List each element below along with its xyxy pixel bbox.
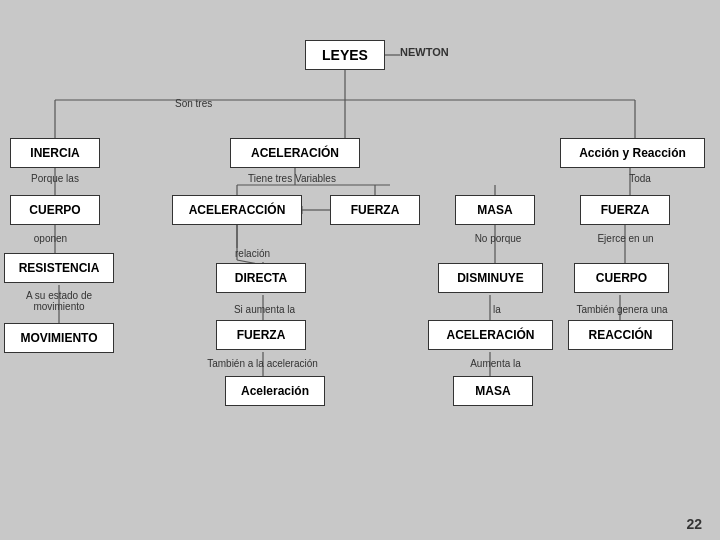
aceleracion2-box: ACELERACIÓN <box>428 320 553 350</box>
tambien-genera-label: También genera una <box>568 304 676 315</box>
masa-box: MASA <box>455 195 535 225</box>
aceleracion3-label: Aceleración <box>241 384 309 398</box>
inercia-label: INERCIA <box>30 146 79 160</box>
son-tres-label: Son tres <box>175 98 212 109</box>
fuerza3-label: FUERZA <box>237 328 286 342</box>
ejerce-en-un-label: Ejerce en un <box>578 233 673 244</box>
reaccion-box: REACCIÓN <box>568 320 673 350</box>
directa-box: DIRECTA <box>216 263 306 293</box>
cuerpo2-label: CUERPO <box>596 271 647 285</box>
aceleracion-main-label: ACELERACIÓN <box>251 146 339 160</box>
aceleracion-main-box: ACELERACIÓN <box>230 138 360 168</box>
inercia-box: INERCIA <box>10 138 100 168</box>
movimiento-box: MOVIMIENTO <box>4 323 114 353</box>
tiene-tres-label: Tiene tres Variables <box>232 173 352 184</box>
fuerza2-label: FUERZA <box>601 203 650 217</box>
directa-label: DIRECTA <box>235 271 287 285</box>
resistencia-box: RESISTENCIA <box>4 253 114 283</box>
page-number: 22 <box>686 516 702 532</box>
fuerza1-box: FUERZA <box>330 195 420 225</box>
masa2-label: MASA <box>475 384 510 398</box>
aceleracion2-label: ACELERACIÓN <box>446 328 534 342</box>
aceleraccion-box: ACELERACCIÓN <box>172 195 302 225</box>
porque-las-label: Porque las <box>15 173 95 184</box>
reaccion-label: REACCIÓN <box>588 328 652 342</box>
accion-reaccion-label: Acción y Reacción <box>579 146 686 160</box>
masa2-box: MASA <box>453 376 533 406</box>
masa-label: MASA <box>477 203 512 217</box>
leyes-box: LEYES <box>305 40 385 70</box>
aceleracion3-box: Aceleración <box>225 376 325 406</box>
a-su-estado-label: A su estado de movimiento <box>4 290 114 312</box>
relacion-label: relación <box>220 248 285 259</box>
aceleraccion-label: ACELERACCIÓN <box>189 203 286 217</box>
movimiento-label: MOVIMIENTO <box>20 331 97 345</box>
resistencia-label: RESISTENCIA <box>19 261 100 275</box>
la-label: la <box>482 304 512 315</box>
oponen-label: oponen <box>18 233 83 244</box>
aumenta-la-label: Aumenta la <box>453 358 538 369</box>
accion-reaccion-box: Acción y Reacción <box>560 138 705 168</box>
si-aumenta-label: Si aumenta la <box>222 304 307 315</box>
fuerza1-label: FUERZA <box>351 203 400 217</box>
fuerza2-box: FUERZA <box>580 195 670 225</box>
no-porque-label: No porque <box>453 233 543 244</box>
tambien-a-label: También a la aceleración <box>200 358 325 369</box>
toda-label: Toda <box>615 173 665 184</box>
disminuye-box: DISMINUYE <box>438 263 543 293</box>
leyes-label: LEYES <box>322 47 368 63</box>
disminuye-label: DISMINUYE <box>457 271 524 285</box>
cuerpo1-label: CUERPO <box>29 203 80 217</box>
cuerpo2-box: CUERPO <box>574 263 669 293</box>
cuerpo1-box: CUERPO <box>10 195 100 225</box>
newton-label: NEWTON <box>400 46 449 58</box>
fuerza3-box: FUERZA <box>216 320 306 350</box>
